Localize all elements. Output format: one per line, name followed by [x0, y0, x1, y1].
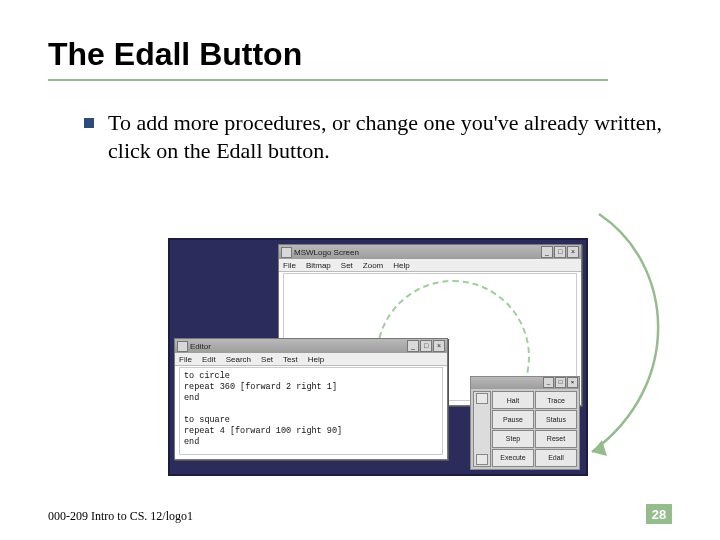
body-text: To add more procedures, or change one yo…	[108, 109, 672, 165]
editor-text[interactable]: to circle repeat 360 [forward 2 right 1]…	[179, 367, 443, 455]
system-icon	[281, 247, 292, 258]
page-number: 28	[646, 504, 672, 524]
status-button[interactable]: Status	[535, 410, 577, 428]
menu-item[interactable]: Set	[341, 261, 353, 270]
menu-item[interactable]: Search	[226, 355, 251, 364]
window-controls: _ □ ×	[407, 340, 445, 352]
title-underline	[48, 79, 608, 81]
pause-button[interactable]: Pause	[492, 410, 534, 428]
trace-button[interactable]: Trace	[535, 391, 577, 409]
scrollbar[interactable]	[473, 391, 491, 467]
commander-panel: _ □ × Halt Trace Pause Status Step Reset…	[470, 376, 580, 470]
halt-button[interactable]: Halt	[492, 391, 534, 409]
close-icon[interactable]: ×	[567, 246, 579, 258]
panel-titlebar: _ □ ×	[471, 377, 579, 389]
body-block: To add more procedures, or change one yo…	[48, 109, 672, 165]
window-controls: _ □ ×	[541, 246, 579, 258]
system-icon	[177, 341, 188, 352]
close-icon[interactable]: ×	[433, 340, 445, 352]
menu-item[interactable]: Zoom	[363, 261, 383, 270]
bullet-item: To add more procedures, or change one yo…	[84, 109, 672, 165]
window-title-label: MSWLogo Screen	[294, 248, 359, 257]
maximize-icon[interactable]: □	[554, 246, 566, 258]
maximize-icon[interactable]: □	[420, 340, 432, 352]
minimize-icon[interactable]: _	[541, 246, 553, 258]
minimize-icon[interactable]: _	[543, 377, 554, 388]
reset-button[interactable]: Reset	[535, 430, 577, 448]
menu-item[interactable]: File	[179, 355, 192, 364]
maximize-icon[interactable]: □	[555, 377, 566, 388]
menu-item[interactable]: Edit	[202, 355, 216, 364]
edall-button[interactable]: Edall	[535, 449, 577, 467]
editor-window: Editor _ □ × File Edit Search Set Test H…	[174, 338, 448, 460]
window-titlebar: Editor _ □ ×	[175, 339, 447, 353]
button-grid: Halt Trace Pause Status Step Reset Execu…	[471, 389, 579, 469]
footer: 000-209 Intro to CS. 12/logo1 28	[48, 504, 672, 524]
menu-item[interactable]: Test	[283, 355, 298, 364]
slide: The Edall Button To add more procedures,…	[0, 0, 720, 540]
menu-item[interactable]: Set	[261, 355, 273, 364]
menu-item[interactable]: Help	[308, 355, 324, 364]
window-title-label: Editor	[190, 342, 211, 351]
menu-bar: File Edit Search Set Test Help	[175, 353, 447, 366]
execute-button[interactable]: Execute	[492, 449, 534, 467]
minimize-icon[interactable]: _	[407, 340, 419, 352]
slide-title: The Edall Button	[48, 36, 672, 73]
figure: MSWLogo Screen _ □ × File Bitmap Set Zoo…	[168, 238, 588, 476]
menu-item[interactable]: Help	[393, 261, 409, 270]
menu-item[interactable]: File	[283, 261, 296, 270]
step-button[interactable]: Step	[492, 430, 534, 448]
close-icon[interactable]: ×	[567, 377, 578, 388]
menu-bar: File Bitmap Set Zoom Help	[279, 259, 581, 272]
square-bullet-icon	[84, 118, 94, 128]
window-titlebar: MSWLogo Screen _ □ ×	[279, 245, 581, 259]
window-title-text: MSWLogo Screen	[281, 247, 359, 258]
window-title-text: Editor	[177, 341, 211, 352]
footer-course-label: 000-209 Intro to CS. 12/logo1	[48, 509, 193, 524]
menu-item[interactable]: Bitmap	[306, 261, 331, 270]
